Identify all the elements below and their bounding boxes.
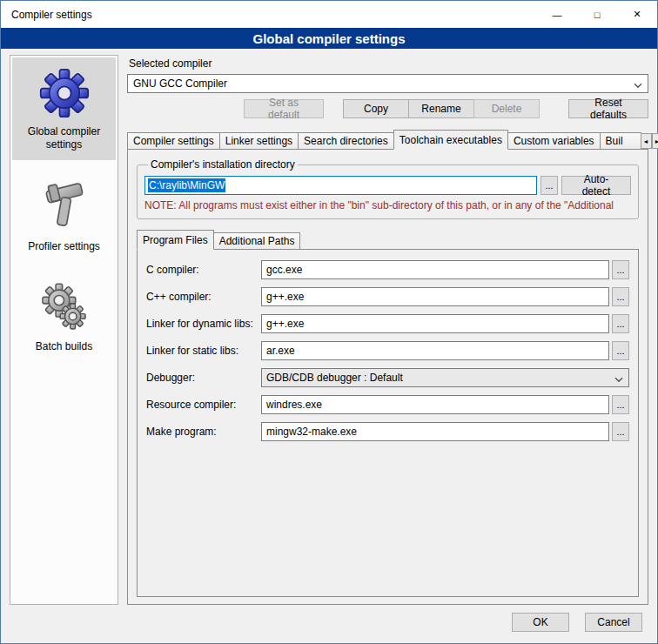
sidebar-item-global-compiler-settings[interactable]: Global compiler settings (12, 57, 116, 160)
c-compiler-value: gcc.exe (266, 264, 302, 276)
installation-directory-browse-button[interactable]: ... (540, 176, 558, 195)
form-row-make-program: Make program: mingw32-make.exe ... (146, 422, 629, 441)
chevron-down-icon (634, 78, 642, 91)
dialog-body: Global compiler settings Profiler settin… (1, 49, 657, 607)
installation-directory-row: C:\raylib\MinGW ... Auto-detect (144, 176, 631, 195)
c-compiler-label: C compiler: (146, 264, 261, 276)
tab-compiler-settings[interactable]: Compiler settings (127, 132, 220, 149)
dialog-footer: OK Cancel (1, 607, 657, 643)
installation-directory-group: Compiler's installation directory C:\ray… (137, 158, 639, 219)
minimize-button[interactable]: — (537, 1, 577, 28)
page-title: Global compiler settings (1, 28, 657, 49)
tab-scroll-arrows: ◄ ► (641, 133, 658, 149)
settings-tabstrip: Compiler settings Linker settings Search… (127, 129, 648, 149)
chevron-down-icon (614, 372, 623, 385)
installation-directory-group-title: Compiler's installation directory (148, 158, 298, 171)
form-row-linker-static: Linker for static libs: ar.exe ... (146, 341, 629, 360)
linker-static-input[interactable]: ar.exe (261, 341, 609, 360)
linker-static-value: ar.exe (266, 345, 295, 357)
sidebar-item-label: Global compiler settings (16, 125, 112, 151)
cpp-compiler-browse-button[interactable]: ... (612, 287, 629, 306)
settings-sidebar: Global compiler settings Profiler settin… (10, 55, 118, 605)
gray-gears-icon (40, 281, 89, 333)
form-row-cpp-compiler: C++ compiler: g++.exe ... (146, 287, 629, 306)
c-compiler-browse-button[interactable]: ... (612, 260, 629, 279)
toolchain-executables-panel: Compiler's installation directory C:\ray… (127, 149, 648, 605)
cpp-compiler-input[interactable]: g++.exe (261, 287, 609, 306)
tab-linker-settings[interactable]: Linker settings (219, 132, 299, 149)
resource-compiler-label: Resource compiler: (146, 399, 261, 411)
tab-search-directories[interactable]: Search directories (298, 132, 394, 149)
set-as-default-button[interactable]: Set as default (244, 99, 324, 118)
tab-scroll-left-icon[interactable]: ◄ (641, 133, 652, 149)
cpp-compiler-value: g++.exe (266, 291, 304, 303)
auto-detect-button[interactable]: Auto-detect (561, 176, 631, 195)
note-text: NOTE: All programs must exist either in … (144, 199, 631, 211)
linker-dynamic-input[interactable]: g++.exe (261, 314, 609, 333)
tab-scroll-right-icon[interactable]: ► (652, 133, 658, 149)
sidebar-item-label: Profiler settings (28, 240, 100, 253)
selected-compiler-dropdown[interactable]: GNU GCC Compiler (127, 74, 648, 93)
compiler-settings-window: Compiler settings — □ ✕ Global compiler … (0, 0, 658, 644)
tab-custom-variables[interactable]: Custom variables (507, 132, 601, 149)
selected-compiler-value: GNU GCC Compiler (133, 77, 227, 90)
profiler-tool-icon (41, 179, 88, 233)
maximize-button[interactable]: □ (577, 1, 617, 28)
form-row-c-compiler: C compiler: gcc.exe ... (146, 260, 629, 279)
selected-compiler-label: Selected compiler (129, 57, 648, 70)
tab-build-options-clipped[interactable]: Buil (600, 132, 641, 149)
ok-button[interactable]: OK (512, 613, 569, 632)
form-row-linker-dynamic: Linker for dynamic libs: g++.exe ... (146, 314, 629, 333)
installation-directory-input[interactable]: C:\raylib\MinGW (144, 176, 537, 195)
make-program-label: Make program: (146, 426, 261, 438)
close-button[interactable]: ✕ (617, 1, 657, 28)
installation-directory-value: C:\raylib\MinGW (148, 178, 225, 192)
linker-static-label: Linker for static libs: (146, 345, 261, 357)
linker-dynamic-value: g++.exe (266, 318, 304, 330)
sidebar-item-label: Batch builds (36, 340, 92, 353)
linker-dynamic-label: Linker for dynamic libs: (146, 318, 261, 330)
debugger-value: GDB/CDB debugger : Default (266, 372, 403, 384)
subtab-program-files[interactable]: Program Files (137, 230, 214, 250)
rename-button[interactable]: Rename (408, 99, 474, 118)
make-program-value: mingw32-make.exe (266, 426, 357, 438)
make-program-browse-button[interactable]: ... (612, 422, 629, 441)
c-compiler-input[interactable]: gcc.exe (261, 260, 609, 279)
debugger-select[interactable]: GDB/CDB debugger : Default (261, 368, 629, 387)
make-program-input[interactable]: mingw32-make.exe (261, 422, 609, 441)
titlebar: Compiler settings — □ ✕ (1, 1, 657, 28)
linker-static-browse-button[interactable]: ... (612, 341, 629, 360)
form-row-debugger: Debugger: GDB/CDB debugger : Default (146, 368, 629, 387)
reset-defaults-button[interactable]: Reset defaults (568, 99, 648, 118)
subtab-additional-paths[interactable]: Additional Paths (213, 232, 301, 249)
form-row-resource-compiler: Resource compiler: windres.exe ... (146, 395, 629, 414)
main-panel: Selected compiler GNU GCC Compiler Set a… (127, 55, 648, 605)
blue-gear-icon (39, 68, 90, 118)
linker-dynamic-browse-button[interactable]: ... (612, 314, 629, 333)
cancel-button[interactable]: Cancel (585, 613, 642, 632)
sidebar-item-batch-builds[interactable]: Batch builds (12, 271, 116, 362)
resource-compiler-value: windres.exe (266, 399, 322, 411)
delete-button[interactable]: Delete (473, 99, 540, 118)
window-title: Compiler settings (1, 1, 537, 28)
copy-button[interactable]: Copy (343, 99, 409, 118)
program-files-tabstrip: Program Files Additional Paths (137, 230, 639, 249)
debugger-label: Debugger: (146, 372, 261, 384)
cpp-compiler-label: C++ compiler: (146, 291, 261, 303)
program-files-panel: C compiler: gcc.exe ... C++ compiler: g+… (137, 249, 639, 597)
compiler-actions-row: Set as default Copy Rename Delete Reset … (127, 99, 648, 118)
resource-compiler-input[interactable]: windres.exe (261, 395, 609, 414)
tab-toolchain-executables[interactable]: Toolchain executables (393, 130, 508, 150)
sidebar-item-profiler-settings[interactable]: Profiler settings (12, 169, 116, 262)
resource-compiler-browse-button[interactable]: ... (612, 395, 629, 414)
